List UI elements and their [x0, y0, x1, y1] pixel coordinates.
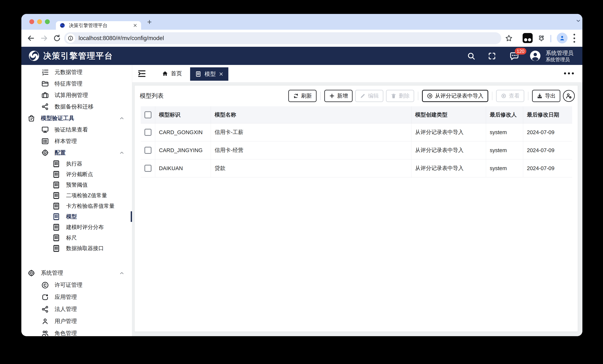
sidebar-item-ruler[interactable]: 标尺	[21, 232, 132, 243]
browser-toolbar: localhost:8080/#/mv/config/model	[21, 30, 582, 47]
sidebar-item-license-management[interactable]: 许可证管理	[21, 279, 132, 291]
forward-icon[interactable]	[40, 34, 48, 42]
briefcase-icon	[41, 91, 49, 99]
close-window-button[interactable]	[29, 19, 34, 24]
copyright-icon	[41, 281, 49, 289]
tab-search-chevron-icon[interactable]	[576, 18, 581, 23]
browser-profile-avatar[interactable]	[557, 33, 568, 43]
collapse-sidebar-icon[interactable]	[137, 69, 146, 78]
gear-icon	[41, 149, 49, 157]
edit-button[interactable]: 编辑	[355, 90, 383, 102]
select-all-checkbox[interactable]	[144, 111, 151, 118]
sidebar-item-executor[interactable]: 执行器	[21, 159, 132, 169]
bookmark-star-icon[interactable]	[505, 34, 513, 42]
sidebar-item-trial-case[interactable]: 试算用例管理	[21, 90, 132, 101]
sidebar-item-sample-management[interactable]: 样本管理	[21, 136, 132, 147]
sidebar-group-system-management[interactable]: 系统管理	[21, 267, 132, 279]
sidebar-item-data-backup[interactable]: 数据备份和迁移	[21, 101, 132, 113]
receipt-icon	[52, 191, 60, 200]
chevron-up-icon	[119, 270, 125, 276]
browser-tab-strip: 决策引擎管理平台 +	[21, 14, 582, 30]
sidebar-item-model[interactable]: 模型	[21, 211, 132, 222]
sidebar-item-binomial-z-constant[interactable]: 二项检验Z值常量	[21, 190, 132, 201]
cell-modifier: system	[486, 123, 523, 141]
refresh-icon	[293, 93, 299, 99]
back-icon[interactable]	[27, 34, 35, 42]
sidebar-item-feature-library[interactable]: 特征库管理	[21, 78, 132, 90]
row-checkbox[interactable]	[144, 165, 151, 172]
folder-icon	[41, 80, 49, 88]
sidebar-item-user-management[interactable]: 用户管理	[21, 315, 132, 327]
tab-more-icon[interactable]	[564, 72, 574, 74]
sidebar-item-warning-threshold[interactable]: 预警阈值	[21, 180, 132, 190]
site-info-icon[interactable]	[66, 34, 75, 43]
address-bar[interactable]: localhost:8080/#/mv/config/model	[64, 32, 501, 44]
row-checkbox[interactable]	[144, 129, 151, 136]
close-tab-icon[interactable]	[219, 72, 223, 76]
select-all-cell[interactable]	[141, 106, 155, 123]
user-info[interactable]: 系统管理员 系统管理员	[546, 49, 573, 63]
add-button[interactable]: 新增	[324, 90, 353, 102]
cell-create-type: 从评分记录表中导入	[411, 123, 486, 141]
extensions-puzzle-icon[interactable]	[537, 34, 545, 42]
sidebar-item-application-management[interactable]: 应用管理	[21, 291, 132, 303]
refresh-button[interactable]: 刷新	[288, 90, 316, 102]
user-avatar[interactable]	[529, 50, 541, 62]
sidebar-item-data-extractor-api[interactable]: 数据抽取器接口	[21, 243, 132, 254]
sidebar-item-validation-results[interactable]: 验证结果查看	[21, 124, 132, 136]
list-box-icon	[41, 137, 49, 145]
row-select-cell[interactable]	[141, 123, 155, 141]
table-row[interactable]: CARD_GONGXIN 信用卡-工薪 从评分记录表中导入 system 202…	[141, 123, 572, 141]
table-row[interactable]: CARD_JINGYING 信用卡-经营 从评分记录表中导入 system 20…	[141, 141, 572, 159]
row-select-cell[interactable]	[141, 159, 155, 177]
browser-menu-icon[interactable]	[573, 34, 575, 43]
row-select-cell[interactable]	[141, 141, 155, 159]
sidebar-item-chi-square-constant[interactable]: 卡方检验临界值常量	[21, 201, 132, 211]
share-icon	[41, 305, 49, 313]
cell-model-id: CARD_GONGXIN	[155, 123, 211, 141]
row-checkbox[interactable]	[144, 147, 151, 154]
close-tab-icon[interactable]	[133, 23, 137, 28]
extension-box-icon[interactable]	[523, 33, 533, 43]
search-icon[interactable]	[467, 52, 475, 60]
toolbar-divider	[492, 92, 492, 100]
cell-model-name: 贷款	[211, 159, 411, 177]
sidebar-item-legal-entity-management[interactable]: 法人管理	[21, 303, 132, 315]
export-button[interactable]: 导出	[532, 90, 560, 102]
eye-icon	[501, 93, 507, 99]
cell-model-id: DAIKUAN	[155, 159, 211, 177]
cell-modified-date: 2024-07-09	[523, 141, 572, 159]
user-name: 系统管理员	[546, 49, 573, 57]
reload-icon[interactable]	[53, 34, 61, 42]
import-from-score-records-button[interactable]: 从评分记录表中导入	[422, 90, 488, 102]
minimize-window-button[interactable]	[37, 19, 42, 24]
model-table: 模型标识 模型名称 模型创建类型 最后修改人 最后修改日期 CARD_GONGX…	[141, 106, 572, 177]
maximize-window-button[interactable]	[45, 19, 50, 24]
tab-home[interactable]: 首页	[162, 65, 182, 82]
page-tab-bar: 首页 模型	[132, 65, 582, 82]
toolbar-divider	[320, 92, 321, 100]
window-controls[interactable]	[29, 19, 50, 24]
cell-model-name: 信用卡-工薪	[211, 123, 411, 141]
table-row[interactable]: DAIKUAN 贷款 从评分记录表中导入 system 2024-07-09	[141, 159, 572, 177]
receipt-icon	[52, 170, 60, 179]
site-favicon	[60, 23, 65, 28]
sidebar-item-metadata-management[interactable]: 元数据管理	[21, 67, 132, 78]
delete-button[interactable]: 删除	[386, 90, 414, 102]
cell-modifier: system	[486, 141, 523, 159]
fullscreen-icon[interactable]	[488, 52, 496, 60]
sidebar-group-config[interactable]: 配置	[21, 147, 132, 159]
view-button[interactable]: 查看	[496, 90, 524, 102]
sidebar-item-score-cutoff[interactable]: 评分截断点	[21, 169, 132, 180]
column-settings-button[interactable]	[563, 90, 575, 102]
new-tab-button[interactable]: +	[145, 18, 153, 26]
sidebar-item-role-management[interactable]: 角色管理	[21, 327, 132, 336]
sidebar-group-model-validation-tools[interactable]: 模型验证工具	[21, 113, 132, 124]
sidebar-item-modeling-score-distribution[interactable]: 建模时评分分布	[21, 222, 132, 232]
receipt-icon	[195, 71, 202, 77]
pencil-icon	[360, 93, 366, 99]
browser-tab[interactable]: 决策引擎管理平台	[56, 21, 141, 30]
url-text[interactable]: localhost:8080/#/mv/config/model	[79, 35, 164, 42]
tab-model-active[interactable]: 模型	[190, 67, 228, 81]
main-content: 首页 模型 模型列表 刷新	[132, 65, 582, 336]
